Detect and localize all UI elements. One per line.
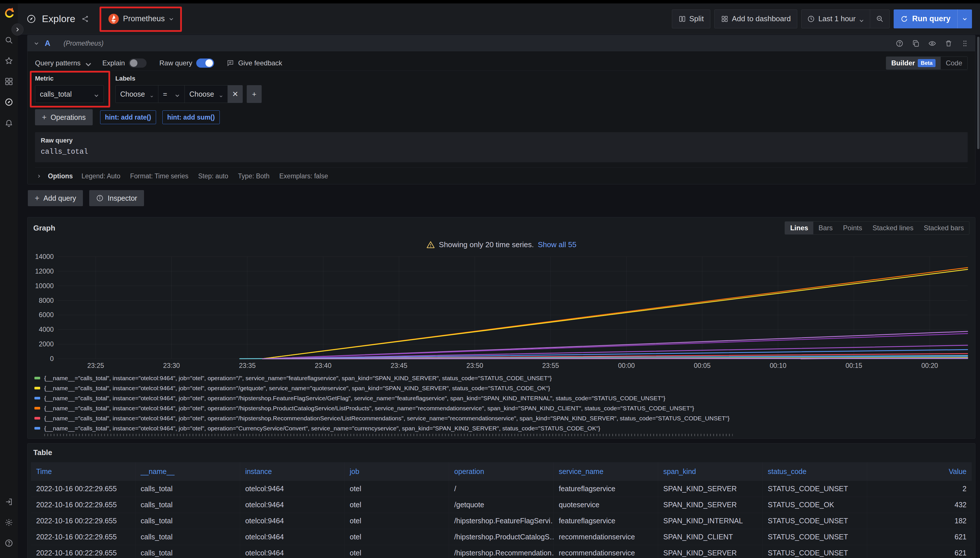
column-header-job[interactable]: job <box>345 462 449 481</box>
chevron-right-icon <box>35 174 39 178</box>
table-cell: calls_total <box>135 513 240 529</box>
sign-in-icon[interactable] <box>5 497 13 506</box>
legend-item[interactable]: {__name__="calls_total", instance="otelc… <box>35 393 975 403</box>
add-operations-button[interactable]: + Operations <box>35 109 93 125</box>
label-key-select[interactable]: Choose <box>115 85 158 103</box>
share-icon[interactable] <box>81 15 89 23</box>
chevron-down-icon <box>85 61 90 66</box>
time-series-chart[interactable]: 0200040006000800010000120001400023:2523:… <box>31 254 972 369</box>
legend-color-marker <box>35 427 40 430</box>
svg-text:00:20: 00:20 <box>921 362 938 369</box>
graph-mode-points[interactable]: Points <box>838 222 867 234</box>
query-patterns-dropdown[interactable]: Query patterns <box>35 59 90 67</box>
svg-text:23:35: 23:35 <box>239 362 256 369</box>
explore-toolbar: Explore Prometheus Split Add to d <box>18 3 980 34</box>
legend-item[interactable]: {__name__="calls_total", instance="otelc… <box>35 423 975 433</box>
column-header-span-kind[interactable]: span_kind <box>658 462 763 481</box>
raw-query-preview: Raw query calls_total <box>35 132 968 162</box>
query-row-header[interactable]: A (Prometheus) <box>28 35 975 51</box>
remove-query-trash-icon[interactable] <box>945 39 952 47</box>
column-header--name-[interactable]: __name__ <box>135 462 240 481</box>
plus-icon: + <box>42 113 46 122</box>
explain-toggle[interactable] <box>129 59 146 68</box>
remove-label-button[interactable]: ✕ <box>228 85 243 103</box>
column-header-time[interactable]: Time <box>31 462 135 481</box>
legend-item[interactable]: {__name__="calls_total", instance="otelc… <box>35 403 975 413</box>
graph-mode-bars[interactable]: Bars <box>813 222 838 234</box>
legend-label: {__name__="calls_total", instance="otelc… <box>44 375 552 382</box>
legend-item[interactable]: {__name__="calls_total", instance="otelc… <box>35 373 975 383</box>
raw-query-toggle[interactable] <box>196 59 214 68</box>
add-to-dashboard-button[interactable]: Add to dashboard <box>714 10 797 28</box>
explore-compass-icon[interactable] <box>5 98 13 107</box>
table-cell: /getquote <box>449 497 553 513</box>
column-header-status-code[interactable]: status_code <box>763 462 867 481</box>
alerting-bell-icon[interactable] <box>5 118 13 127</box>
graph-mode-lines[interactable]: Lines <box>785 222 813 234</box>
svg-text:4000: 4000 <box>39 326 54 333</box>
drag-handle-icon[interactable] <box>961 39 969 47</box>
column-header-operation[interactable]: operation <box>449 462 553 481</box>
run-query-caret[interactable] <box>957 10 972 28</box>
table-cell: calls_total <box>135 497 240 513</box>
time-range-picker[interactable]: Last 1 hour <box>802 10 870 28</box>
column-header-value[interactable]: Value <box>867 462 972 481</box>
label-operator-select[interactable]: = <box>158 85 185 103</box>
legend-label: {__name__="calls_total", instance="otelc… <box>44 425 600 432</box>
column-header-instance[interactable]: instance <box>240 462 345 481</box>
graph-mode-stacked-lines[interactable]: Stacked lines <box>867 222 919 234</box>
table-cell: calls_total <box>135 481 240 497</box>
options-summary: Legend: AutoFormat: Time seriesStep: aut… <box>82 172 328 180</box>
hide-response-eye-icon[interactable] <box>928 39 936 47</box>
datasource-picker[interactable]: Prometheus <box>102 10 180 28</box>
code-tab[interactable]: Code <box>941 57 967 69</box>
legend-item[interactable]: {__name__="calls_total", instance="otelc… <box>35 413 975 423</box>
legend-item[interactable]: {__name__="calls_total", instance="otelc… <box>35 383 975 393</box>
favorites-star-icon[interactable] <box>5 56 13 65</box>
table-row: 2022-10-16 00:22:29.655calls_totalotelco… <box>31 497 972 513</box>
query-hint-hint-add-sum-[interactable]: hint: add sum() <box>163 110 220 124</box>
window-top-strip <box>0 0 980 3</box>
table-cell: /hipstershop.FeatureFlagServi… <box>449 513 553 529</box>
graph-mode-stacked-bars[interactable]: Stacked bars <box>919 222 969 234</box>
vertical-scrollbar-thumb[interactable] <box>977 37 980 149</box>
inspector-button[interactable]: Inspector <box>89 190 144 206</box>
dashboards-icon[interactable] <box>5 77 13 86</box>
show-all-series-link[interactable]: Show all 55 <box>538 240 576 249</box>
add-query-button[interactable]: + Add query <box>28 190 83 206</box>
builder-code-switch: Builder Beta Code <box>886 56 968 70</box>
duplicate-query-icon[interactable] <box>912 39 920 47</box>
give-feedback-link[interactable]: Give feedback <box>227 59 282 67</box>
search-icon[interactable] <box>5 36 13 44</box>
table-cell: SPAN_KIND_INTERNAL <box>658 513 763 529</box>
add-label-button[interactable]: + <box>247 85 261 103</box>
table-cell: 2022-10-16 00:22:29.655 <box>31 513 135 529</box>
column-header-service-name[interactable]: service_name <box>554 462 658 481</box>
explain-toggle-group: Explain <box>102 59 147 68</box>
label-value-select[interactable]: Choose <box>185 85 228 103</box>
warning-triangle-icon <box>426 241 435 249</box>
labels-field-group: Labels Choose = Choose <box>115 75 261 103</box>
metric-select[interactable]: calls_total <box>35 85 104 103</box>
grafana-logo[interactable] <box>3 6 15 19</box>
explain-label: Explain <box>102 59 125 67</box>
run-query-button[interactable]: Run query <box>894 10 972 28</box>
options-toggle[interactable]: Options <box>48 172 73 180</box>
split-button[interactable]: Split <box>672 10 710 28</box>
collapse-chevron-icon[interactable] <box>34 41 39 46</box>
sidebar-expand-button[interactable] <box>12 23 23 36</box>
settings-gear-icon[interactable] <box>5 518 13 527</box>
query-ref-id[interactable]: A <box>45 39 51 48</box>
table-cell: 621 <box>867 545 972 558</box>
help-icon[interactable] <box>5 539 13 547</box>
results-table: Time__name__instancejoboperationservice_… <box>31 462 972 558</box>
metric-label: Metric <box>35 75 104 82</box>
table-cell: SPAN_KIND_SERVER <box>658 545 763 558</box>
table-cell: calls_total <box>135 545 240 558</box>
table-cell: recommendationservice <box>554 545 658 558</box>
query-hint-hint-add-rate-[interactable]: hint: add rate() <box>100 110 156 124</box>
builder-tab[interactable]: Builder Beta <box>886 57 941 69</box>
query-help-icon[interactable] <box>896 39 903 47</box>
zoom-out-time-button[interactable] <box>870 10 890 28</box>
clipped-legend-row <box>44 434 733 436</box>
